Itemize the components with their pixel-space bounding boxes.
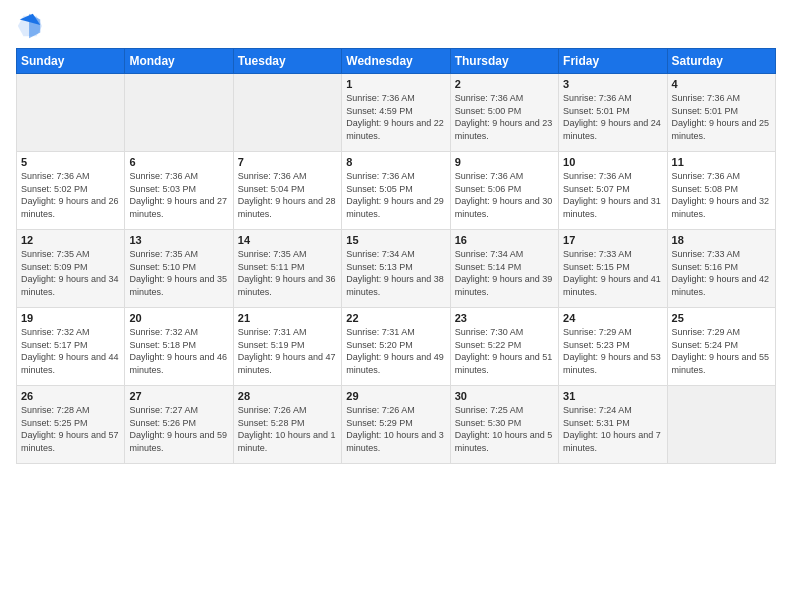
day-info: Sunrise: 7:31 AMSunset: 5:19 PMDaylight:… (238, 326, 337, 376)
weekday-header: Saturday (667, 49, 775, 74)
calendar: SundayMondayTuesdayWednesdayThursdayFrid… (16, 48, 776, 464)
calendar-week-row: 26Sunrise: 7:28 AMSunset: 5:25 PMDayligh… (17, 386, 776, 464)
day-info: Sunrise: 7:36 AMSunset: 5:08 PMDaylight:… (672, 170, 771, 220)
calendar-header: SundayMondayTuesdayWednesdayThursdayFrid… (17, 49, 776, 74)
calendar-day-cell: 7Sunrise: 7:36 AMSunset: 5:04 PMDaylight… (233, 152, 341, 230)
day-info: Sunrise: 7:36 AMSunset: 5:06 PMDaylight:… (455, 170, 554, 220)
calendar-day-cell (125, 74, 233, 152)
day-number: 29 (346, 390, 445, 402)
weekday-header: Sunday (17, 49, 125, 74)
day-info: Sunrise: 7:29 AMSunset: 5:23 PMDaylight:… (563, 326, 662, 376)
calendar-day-cell: 23Sunrise: 7:30 AMSunset: 5:22 PMDayligh… (450, 308, 558, 386)
day-info: Sunrise: 7:29 AMSunset: 5:24 PMDaylight:… (672, 326, 771, 376)
day-number: 6 (129, 156, 228, 168)
day-info: Sunrise: 7:36 AMSunset: 5:02 PMDaylight:… (21, 170, 120, 220)
calendar-day-cell: 20Sunrise: 7:32 AMSunset: 5:18 PMDayligh… (125, 308, 233, 386)
day-info: Sunrise: 7:36 AMSunset: 5:05 PMDaylight:… (346, 170, 445, 220)
weekday-header: Tuesday (233, 49, 341, 74)
calendar-day-cell: 27Sunrise: 7:27 AMSunset: 5:26 PMDayligh… (125, 386, 233, 464)
calendar-day-cell (17, 74, 125, 152)
day-info: Sunrise: 7:34 AMSunset: 5:13 PMDaylight:… (346, 248, 445, 298)
day-info: Sunrise: 7:28 AMSunset: 5:25 PMDaylight:… (21, 404, 120, 454)
day-number: 9 (455, 156, 554, 168)
calendar-week-row: 19Sunrise: 7:32 AMSunset: 5:17 PMDayligh… (17, 308, 776, 386)
calendar-week-row: 1Sunrise: 7:36 AMSunset: 4:59 PMDaylight… (17, 74, 776, 152)
day-number: 4 (672, 78, 771, 90)
weekday-row: SundayMondayTuesdayWednesdayThursdayFrid… (17, 49, 776, 74)
day-number: 17 (563, 234, 662, 246)
day-number: 25 (672, 312, 771, 324)
day-number: 27 (129, 390, 228, 402)
day-info: Sunrise: 7:27 AMSunset: 5:26 PMDaylight:… (129, 404, 228, 454)
calendar-day-cell: 11Sunrise: 7:36 AMSunset: 5:08 PMDayligh… (667, 152, 775, 230)
day-number: 21 (238, 312, 337, 324)
day-number: 31 (563, 390, 662, 402)
calendar-day-cell: 5Sunrise: 7:36 AMSunset: 5:02 PMDaylight… (17, 152, 125, 230)
day-number: 3 (563, 78, 662, 90)
day-info: Sunrise: 7:33 AMSunset: 5:16 PMDaylight:… (672, 248, 771, 298)
day-info: Sunrise: 7:35 AMSunset: 5:11 PMDaylight:… (238, 248, 337, 298)
day-info: Sunrise: 7:25 AMSunset: 5:30 PMDaylight:… (455, 404, 554, 454)
page: SundayMondayTuesdayWednesdayThursdayFrid… (0, 0, 792, 612)
day-number: 26 (21, 390, 120, 402)
day-number: 5 (21, 156, 120, 168)
day-info: Sunrise: 7:36 AMSunset: 5:00 PMDaylight:… (455, 92, 554, 142)
day-info: Sunrise: 7:36 AMSunset: 4:59 PMDaylight:… (346, 92, 445, 142)
weekday-header: Friday (559, 49, 667, 74)
calendar-day-cell: 21Sunrise: 7:31 AMSunset: 5:19 PMDayligh… (233, 308, 341, 386)
calendar-day-cell: 1Sunrise: 7:36 AMSunset: 4:59 PMDaylight… (342, 74, 450, 152)
calendar-body: 1Sunrise: 7:36 AMSunset: 4:59 PMDaylight… (17, 74, 776, 464)
calendar-day-cell: 9Sunrise: 7:36 AMSunset: 5:06 PMDaylight… (450, 152, 558, 230)
calendar-day-cell: 4Sunrise: 7:36 AMSunset: 5:01 PMDaylight… (667, 74, 775, 152)
day-info: Sunrise: 7:35 AMSunset: 5:10 PMDaylight:… (129, 248, 228, 298)
calendar-day-cell: 29Sunrise: 7:26 AMSunset: 5:29 PMDayligh… (342, 386, 450, 464)
day-number: 12 (21, 234, 120, 246)
day-info: Sunrise: 7:26 AMSunset: 5:28 PMDaylight:… (238, 404, 337, 454)
calendar-day-cell: 30Sunrise: 7:25 AMSunset: 5:30 PMDayligh… (450, 386, 558, 464)
calendar-day-cell: 3Sunrise: 7:36 AMSunset: 5:01 PMDaylight… (559, 74, 667, 152)
day-number: 18 (672, 234, 771, 246)
day-number: 10 (563, 156, 662, 168)
day-info: Sunrise: 7:30 AMSunset: 5:22 PMDaylight:… (455, 326, 554, 376)
calendar-day-cell: 16Sunrise: 7:34 AMSunset: 5:14 PMDayligh… (450, 230, 558, 308)
day-number: 28 (238, 390, 337, 402)
calendar-day-cell: 10Sunrise: 7:36 AMSunset: 5:07 PMDayligh… (559, 152, 667, 230)
calendar-day-cell: 24Sunrise: 7:29 AMSunset: 5:23 PMDayligh… (559, 308, 667, 386)
calendar-day-cell: 25Sunrise: 7:29 AMSunset: 5:24 PMDayligh… (667, 308, 775, 386)
day-number: 24 (563, 312, 662, 324)
calendar-day-cell: 15Sunrise: 7:34 AMSunset: 5:13 PMDayligh… (342, 230, 450, 308)
calendar-day-cell: 22Sunrise: 7:31 AMSunset: 5:20 PMDayligh… (342, 308, 450, 386)
calendar-week-row: 12Sunrise: 7:35 AMSunset: 5:09 PMDayligh… (17, 230, 776, 308)
day-number: 14 (238, 234, 337, 246)
day-info: Sunrise: 7:32 AMSunset: 5:18 PMDaylight:… (129, 326, 228, 376)
calendar-day-cell: 26Sunrise: 7:28 AMSunset: 5:25 PMDayligh… (17, 386, 125, 464)
calendar-day-cell: 6Sunrise: 7:36 AMSunset: 5:03 PMDaylight… (125, 152, 233, 230)
calendar-day-cell: 12Sunrise: 7:35 AMSunset: 5:09 PMDayligh… (17, 230, 125, 308)
calendar-day-cell: 28Sunrise: 7:26 AMSunset: 5:28 PMDayligh… (233, 386, 341, 464)
day-number: 2 (455, 78, 554, 90)
weekday-header: Wednesday (342, 49, 450, 74)
day-number: 7 (238, 156, 337, 168)
day-number: 1 (346, 78, 445, 90)
calendar-day-cell: 17Sunrise: 7:33 AMSunset: 5:15 PMDayligh… (559, 230, 667, 308)
day-number: 20 (129, 312, 228, 324)
calendar-day-cell: 19Sunrise: 7:32 AMSunset: 5:17 PMDayligh… (17, 308, 125, 386)
day-info: Sunrise: 7:36 AMSunset: 5:03 PMDaylight:… (129, 170, 228, 220)
calendar-day-cell: 13Sunrise: 7:35 AMSunset: 5:10 PMDayligh… (125, 230, 233, 308)
calendar-week-row: 5Sunrise: 7:36 AMSunset: 5:02 PMDaylight… (17, 152, 776, 230)
day-info: Sunrise: 7:33 AMSunset: 5:15 PMDaylight:… (563, 248, 662, 298)
logo-icon (16, 12, 44, 40)
logo (16, 12, 48, 40)
day-info: Sunrise: 7:24 AMSunset: 5:31 PMDaylight:… (563, 404, 662, 454)
day-number: 11 (672, 156, 771, 168)
day-info: Sunrise: 7:32 AMSunset: 5:17 PMDaylight:… (21, 326, 120, 376)
day-number: 19 (21, 312, 120, 324)
calendar-day-cell (233, 74, 341, 152)
calendar-day-cell (667, 386, 775, 464)
day-number: 16 (455, 234, 554, 246)
calendar-day-cell: 14Sunrise: 7:35 AMSunset: 5:11 PMDayligh… (233, 230, 341, 308)
calendar-day-cell: 31Sunrise: 7:24 AMSunset: 5:31 PMDayligh… (559, 386, 667, 464)
day-info: Sunrise: 7:34 AMSunset: 5:14 PMDaylight:… (455, 248, 554, 298)
day-info: Sunrise: 7:31 AMSunset: 5:20 PMDaylight:… (346, 326, 445, 376)
day-info: Sunrise: 7:26 AMSunset: 5:29 PMDaylight:… (346, 404, 445, 454)
